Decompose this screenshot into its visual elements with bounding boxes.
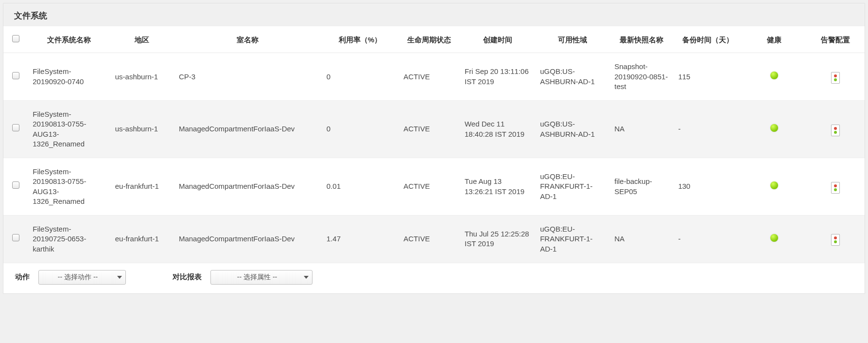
cell-lifecycle: ACTIVE xyxy=(399,53,460,101)
table-row[interactable]: FileSystem-20190725-0653-karthikeu-frank… xyxy=(3,216,865,263)
col-header-ad[interactable]: 可用性域 xyxy=(535,26,609,53)
cell-backup-age: - xyxy=(673,101,742,158)
cell-alert[interactable] xyxy=(806,216,865,263)
cell-created: Tue Aug 13 13:26:21 IST 2019 xyxy=(460,158,535,216)
col-header-snapshot[interactable]: 最新快照名称 xyxy=(609,26,673,53)
cell-backup-age: 130 xyxy=(673,158,742,216)
col-header-name[interactable]: 文件系统名称 xyxy=(28,26,110,53)
action-select-wrap[interactable]: -- 选择动作 -- xyxy=(38,270,126,285)
footer-bar: 动作 -- 选择动作 -- 对比报表 -- 选择属性 -- xyxy=(3,263,865,293)
cell-lifecycle: ACTIVE xyxy=(399,158,460,216)
cell-utilization: 0 xyxy=(322,101,399,158)
traffic-red-dot xyxy=(834,184,837,187)
compare-select-wrap[interactable]: -- 选择属性 -- xyxy=(210,270,312,285)
col-header-alert[interactable]: 告警配置 xyxy=(806,26,865,53)
cell-ad: uGQB:US-ASHBURN-AD-1 xyxy=(535,101,609,158)
cell-lifecycle: ACTIVE xyxy=(399,101,460,158)
health-status-icon xyxy=(770,124,778,132)
panel-title: 文件系统 xyxy=(3,3,865,26)
cell-snapshot: NA xyxy=(609,101,673,158)
cell-compartment: ManagedCompartmentForIaaS-Dev xyxy=(174,101,322,158)
cell-ad: uGQB:US-ASHBURN-AD-1 xyxy=(535,53,609,101)
cell-alert[interactable] xyxy=(806,101,865,158)
action-label: 动作 xyxy=(15,272,30,282)
alert-config-icon[interactable] xyxy=(831,234,840,246)
cell-utilization: 0.01 xyxy=(322,158,399,216)
cell-alert[interactable] xyxy=(806,53,865,101)
cell-name[interactable]: FileSystem-20190725-0653-karthik xyxy=(28,216,110,263)
health-status-icon xyxy=(770,181,778,189)
row-checkbox[interactable] xyxy=(12,234,19,241)
table-header-row: 文件系统名称 地区 室名称 利用率（%） 生命周期状态 创建时间 可用性域 最新… xyxy=(3,26,865,53)
col-header-checkbox[interactable] xyxy=(3,26,28,53)
col-header-compartment[interactable]: 室名称 xyxy=(174,26,322,53)
cell-region: eu-frankfurt-1 xyxy=(110,216,174,263)
col-header-created[interactable]: 创建时间 xyxy=(460,26,535,53)
cell-alert[interactable] xyxy=(806,158,865,216)
cell-name[interactable]: FileSystem-20190813-0755-AUG13-1326_Rena… xyxy=(28,101,110,158)
cell-region: us-ashburn-1 xyxy=(110,53,174,101)
alert-config-icon[interactable] xyxy=(831,125,840,136)
cell-compartment: CP-3 xyxy=(174,53,322,101)
cell-compartment: ManagedCompartmentForIaaS-Dev xyxy=(174,158,322,216)
traffic-green-dot xyxy=(834,131,837,134)
select-all-checkbox[interactable] xyxy=(12,35,19,42)
cell-snapshot: NA xyxy=(609,216,673,263)
cell-backup-age: - xyxy=(673,216,742,263)
cell-utilization: 0 xyxy=(322,53,399,101)
row-checkbox[interactable] xyxy=(12,124,19,131)
compare-label: 对比报表 xyxy=(173,272,202,282)
traffic-red-dot xyxy=(834,236,837,239)
cell-health xyxy=(743,158,806,216)
cell-created: Thu Jul 25 12:25:28 IST 2019 xyxy=(460,216,535,263)
cell-health xyxy=(743,101,806,158)
table-row[interactable]: FileSystem-20190920-0740us-ashburn-1CP-3… xyxy=(3,53,865,101)
cell-utilization: 1.47 xyxy=(322,216,399,263)
cell-ad: uGQB:EU-FRANKFURT-1-AD-1 xyxy=(535,158,609,216)
traffic-red-dot xyxy=(834,127,837,130)
cell-name[interactable]: FileSystem-20190920-0740 xyxy=(28,53,110,101)
traffic-green-dot xyxy=(834,188,837,191)
row-checkbox-cell[interactable] xyxy=(3,158,28,216)
action-select[interactable]: -- 选择动作 -- xyxy=(38,270,126,285)
file-systems-panel: 文件系统 文件系统名称 地区 室名称 利用率（%） 生命周期状态 创建时间 可用… xyxy=(3,3,865,294)
cell-region: eu-frankfurt-1 xyxy=(110,158,174,216)
row-checkbox-cell[interactable] xyxy=(3,216,28,263)
cell-compartment: ManagedCompartmentForIaaS-Dev xyxy=(174,216,322,263)
table-row[interactable]: FileSystem-20190813-0755-AUG13-1326_Rena… xyxy=(3,158,865,216)
cell-region: us-ashburn-1 xyxy=(110,101,174,158)
row-checkbox-cell[interactable] xyxy=(3,53,28,101)
cell-snapshot: Snapshot-20190920-0851-test xyxy=(609,53,673,101)
col-header-lifecycle[interactable]: 生命周期状态 xyxy=(399,26,460,53)
cell-health xyxy=(743,216,806,263)
cell-name[interactable]: FileSystem-20190813-0755-AUG13-1326_Rena… xyxy=(28,158,110,216)
cell-ad: uGQB:EU-FRANKFURT-1-AD-1 xyxy=(535,216,609,263)
col-header-backup-age[interactable]: 备份时间（天） xyxy=(673,26,742,53)
traffic-green-dot xyxy=(834,240,837,243)
col-header-utilization[interactable]: 利用率（%） xyxy=(322,26,399,53)
file-systems-table: 文件系统名称 地区 室名称 利用率（%） 生命周期状态 创建时间 可用性域 最新… xyxy=(3,26,865,263)
traffic-green-dot xyxy=(834,78,837,81)
col-header-health[interactable]: 健康 xyxy=(743,26,806,53)
cell-lifecycle: ACTIVE xyxy=(399,216,460,263)
row-checkbox[interactable] xyxy=(12,72,19,79)
cell-created: Fri Sep 20 13:11:06 IST 2019 xyxy=(460,53,535,101)
row-checkbox[interactable] xyxy=(12,181,19,189)
alert-config-icon[interactable] xyxy=(831,72,840,84)
health-status-icon xyxy=(770,72,778,79)
table-row[interactable]: FileSystem-20190813-0755-AUG13-1326_Rena… xyxy=(3,101,865,158)
health-status-icon xyxy=(770,234,778,242)
cell-health xyxy=(743,53,806,101)
col-header-region[interactable]: 地区 xyxy=(110,26,174,53)
traffic-red-dot xyxy=(834,74,837,77)
cell-created: Wed Dec 11 18:40:28 IST 2019 xyxy=(460,101,535,158)
cell-backup-age: 115 xyxy=(673,53,742,101)
row-checkbox-cell[interactable] xyxy=(3,101,28,158)
alert-config-icon[interactable] xyxy=(831,182,840,194)
cell-snapshot: file-backup-SEP05 xyxy=(609,158,673,216)
compare-select[interactable]: -- 选择属性 -- xyxy=(210,270,312,285)
